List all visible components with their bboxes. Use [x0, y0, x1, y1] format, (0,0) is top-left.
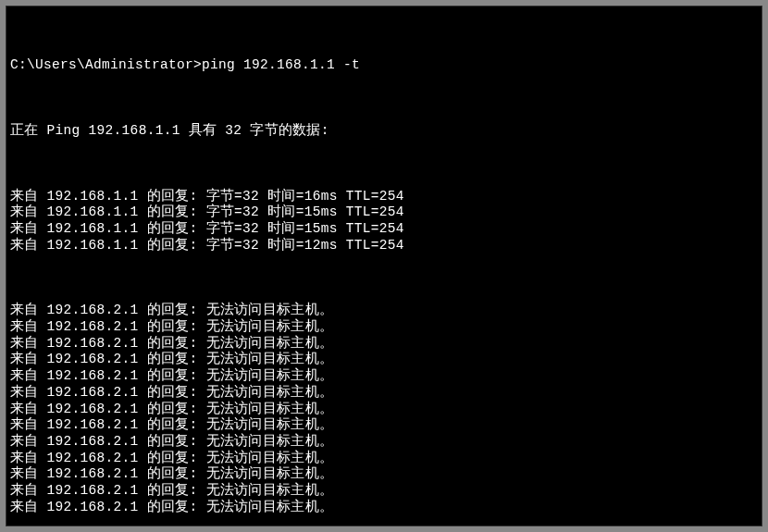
- unreachable-line: 来自 192.168.2.1 的回复: 无法访问目标主机。: [6, 500, 762, 516]
- unreachable-line: 来自 192.168.2.1 的回复: 无法访问目标主机。: [6, 402, 762, 418]
- ping-header: 正在 Ping 192.168.1.1 具有 32 字节的数据:: [6, 123, 762, 140]
- command-text: ping 192.168.1.1 -t: [202, 57, 360, 72]
- unreachable-line: 来自 192.168.2.1 的回复: 无法访问目标主机。: [6, 417, 762, 434]
- header-prefix: 正在: [10, 123, 39, 138]
- reply-line: 来自 192.168.1.1 的回复: 字节=32 时间=16ms TTL=25…: [6, 189, 762, 205]
- unreachable-line: 来自 192.168.2.1 的回复: 无法访问目标主机。: [6, 434, 762, 451]
- reply-line: 来自 192.168.1.1 的回复: 字节=32 时间=15ms TTL=25…: [6, 204, 762, 221]
- unreachable-line: 来自 192.168.2.1 的回复: 无法访问目标主机。: [6, 483, 762, 500]
- window-frame: C:\Users\Administrator>ping 192.168.1.1 …: [0, 0, 768, 532]
- unreachable-line: 来自 192.168.2.1 的回复: 无法访问目标主机。: [6, 336, 762, 353]
- unreachable-line: 来自 192.168.2.1 的回复: 无法访问目标主机。: [6, 319, 762, 336]
- terminal[interactable]: C:\Users\Administrator>ping 192.168.1.1 …: [6, 6, 762, 526]
- unreachable-line: 来自 192.168.2.1 的回复: 无法访问目标主机。: [6, 451, 762, 467]
- unreachable-line: 来自 192.168.2.1 的回复: 无法访问目标主机。: [6, 303, 762, 319]
- unreachable-lines: 来自 192.168.2.1 的回复: 无法访问目标主机。来自 192.168.…: [6, 303, 762, 515]
- unreachable-line: 来自 192.168.2.1 的回复: 无法访问目标主机。: [6, 368, 762, 385]
- reply-line: 来自 192.168.1.1 的回复: 字节=32 时间=12ms TTL=25…: [6, 238, 762, 254]
- reply-line: 来自 192.168.1.1 的回复: 字节=32 时间=15ms TTL=25…: [6, 221, 762, 238]
- cwd: C:\Users\Administrator>: [10, 57, 202, 72]
- unreachable-line: 来自 192.168.2.1 的回复: 无法访问目标主机。: [6, 352, 762, 368]
- unreachable-line: 来自 192.168.2.1 的回复: 无法访问目标主机。: [6, 385, 762, 402]
- replies-top: 来自 192.168.1.1 的回复: 字节=32 时间=16ms TTL=25…: [6, 189, 762, 254]
- prompt-line: C:\Users\Administrator>ping 192.168.1.1 …: [6, 57, 762, 74]
- unreachable-line: 来自 192.168.2.1 的回复: 无法访问目标主机。: [6, 466, 762, 483]
- header-body: Ping 192.168.1.1 具有 32 字节的数据:: [39, 123, 329, 138]
